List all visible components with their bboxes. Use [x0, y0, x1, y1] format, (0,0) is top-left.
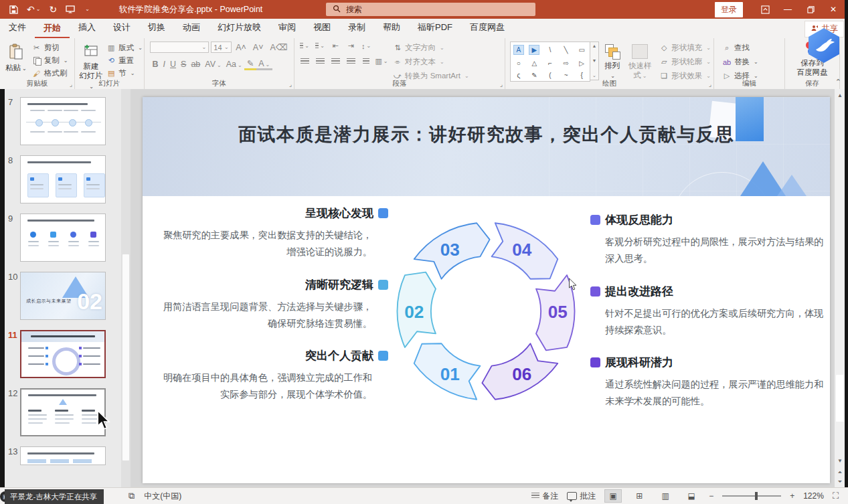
scroll-up-icon[interactable]: ▲ [835, 90, 845, 100]
shape-glyph[interactable]: ▶ [529, 45, 539, 55]
bold-button[interactable]: B [150, 60, 161, 69]
tab-切换[interactable]: 切换 [139, 17, 174, 38]
paste-button[interactable]: 粘贴⌄ [5, 39, 27, 80]
accessibility-icon[interactable]: ⧉ [129, 491, 135, 501]
shape-glyph[interactable]: ( [549, 72, 551, 79]
shape-glyph[interactable]: △ [532, 60, 537, 67]
previous-slide-icon[interactable]: ⏶ [835, 468, 845, 477]
tab-设计[interactable]: 设计 [104, 17, 139, 38]
tab-录制[interactable]: 录制 [339, 17, 374, 38]
layout-button[interactable]: ▥版式⌄ [106, 41, 143, 54]
shape-fill-button[interactable]: ◇形状填充⌄ [659, 41, 711, 54]
shape-glyph[interactable]: ▷ [579, 60, 584, 67]
reading-view-icon[interactable]: ▥ [657, 489, 674, 503]
language-indicator[interactable]: 中文(中国) [144, 491, 181, 502]
minimize-button[interactable]: — [776, 0, 799, 19]
justify-icon[interactable] [346, 57, 355, 66]
section-button[interactable]: ▤节⌄ [106, 67, 143, 80]
tab-插入[interactable]: 插入 [70, 17, 104, 38]
slide-thumbnail-10[interactable]: 成长启示与未来展望 02 [20, 272, 106, 320]
font-color-button[interactable]: A⌄ [256, 59, 272, 70]
shape-glyph[interactable]: ○ [517, 60, 521, 67]
close-button[interactable]: ✕ [822, 0, 845, 19]
save-icon[interactable] [9, 5, 18, 14]
quick-styles-button[interactable]: 快速样式⌄ [625, 41, 655, 80]
slide-title[interactable]: 面试本质是潜力展示：讲好研究故事，突出个人贡献与反思 [143, 122, 830, 147]
font-size-combo[interactable]: 14⌄ [211, 41, 231, 53]
reset-button[interactable]: ⟲重置 [106, 54, 143, 67]
character-spacing-button[interactable]: AV⌄ [203, 60, 224, 69]
tab-视图[interactable]: 视图 [305, 17, 339, 38]
slide-thumbnail-12[interactable] [20, 388, 106, 436]
notes-toggle[interactable]: 备注 [531, 491, 558, 502]
normal-view-icon[interactable]: ▣ [604, 489, 622, 503]
change-case-button[interactable]: Aa⌄ [224, 60, 244, 69]
shape-glyph[interactable]: ✎ [531, 72, 537, 79]
replace-button[interactable]: ab替换⌄ [722, 56, 784, 68]
clear-formatting-icon[interactable]: A⌫ [268, 42, 290, 52]
slideshow-view-icon[interactable]: ⬓ [683, 489, 700, 503]
slide-thumbnail-7[interactable] [20, 97, 106, 145]
tab-福昕PDF[interactable]: 福昕PDF [409, 17, 461, 38]
zoom-slider-thumb[interactable] [755, 492, 758, 500]
tab-文件[interactable]: 文件 [0, 17, 35, 38]
tab-开始[interactable]: 开始 [35, 18, 70, 39]
decrease-indent-icon[interactable]: ⇤ [331, 41, 340, 50]
find-button[interactable]: ⌕查找 [722, 41, 784, 54]
tab-幻灯片放映[interactable]: 幻灯片放映 [209, 17, 270, 38]
font-dialog-launcher[interactable]: ⌟ [289, 81, 292, 88]
shape-glyph[interactable]: ς [517, 72, 520, 79]
shape-glyph[interactable]: \ [549, 46, 552, 54]
italic-button[interactable]: I [161, 60, 167, 69]
shapes-gallery[interactable]: A▶\╲▭○△⌐⇨▷ς✎(~{ [510, 41, 590, 82]
login-button[interactable]: 登录 [715, 2, 743, 17]
shape-glyph[interactable]: ▭ [578, 46, 584, 54]
shape-glyph[interactable]: ⌐ [548, 60, 552, 67]
vertical-scrollbar[interactable]: ▲ ▼ ⏶ ⏷ [835, 89, 845, 487]
grow-font-icon[interactable]: A˄ [234, 43, 249, 52]
format-painter-button[interactable]: 🖌格式刷 [32, 67, 68, 80]
line-spacing-icon[interactable]: ↕⌄ [361, 41, 371, 50]
slide-canvas[interactable]: 面试本质是潜力展示：讲好研究故事，突出个人贡献与反思 呈现核心发现聚焦研究的主要… [143, 97, 830, 483]
align-center-icon[interactable] [315, 57, 325, 66]
tab-动画[interactable]: 动画 [174, 17, 209, 38]
shape-glyph[interactable]: { [581, 72, 583, 79]
comments-toggle[interactable]: 批注 [567, 491, 596, 502]
slide-thumbnail-13[interactable] [20, 446, 106, 465]
slide-thumbnail-9[interactable] [20, 214, 106, 262]
thumbnail-scrollbar-thumb[interactable] [122, 254, 129, 460]
ribbon-display-options-icon[interactable] [754, 0, 776, 19]
restore-button[interactable] [799, 0, 822, 19]
next-slide-icon[interactable]: ⏷ [835, 477, 845, 487]
cycle-diagram[interactable]: 010203040506 [392, 218, 580, 405]
underline-button[interactable]: U [168, 60, 179, 69]
undo-icon[interactable]: ↶⌄ [27, 5, 40, 14]
collapse-ribbon-icon[interactable]: ⌃ [835, 78, 841, 86]
columns-icon[interactable]: ▥⌄ [377, 57, 386, 66]
paragraph-dialog-launcher[interactable]: ⌟ [500, 81, 503, 88]
zoom-in-icon[interactable]: + [790, 491, 794, 501]
slide-sorter-view-icon[interactable]: ⊞ [630, 489, 648, 503]
zoom-slider[interactable] [722, 495, 781, 497]
shrink-font-icon[interactable]: A˅ [250, 43, 266, 52]
drawing-dialog-launcher[interactable]: ⌟ [709, 81, 711, 88]
cut-button[interactable]: ✂剪切 [32, 41, 68, 54]
subscript-button[interactable]: ab [189, 60, 203, 69]
shape-outline-button[interactable]: ▱形状轮廓⌄ [659, 56, 711, 68]
fit-to-window-icon[interactable]: ⛶ [833, 491, 839, 501]
text-direction-button[interactable]: ⇅文字方向⌄ [393, 41, 469, 54]
copy-button[interactable]: 复制⌄ [32, 54, 68, 67]
zoom-out-icon[interactable]: − [709, 491, 713, 501]
search-box[interactable]: 搜索 [326, 3, 535, 16]
shape-glyph[interactable]: ~ [564, 72, 568, 79]
highlight-color-button[interactable]: ✎ [244, 58, 256, 70]
arrange-button[interactable]: 排列⌄ [604, 41, 620, 80]
increase-indent-icon[interactable]: ⇥ [346, 41, 355, 50]
scrollbar-thumb[interactable] [836, 375, 844, 422]
align-right-icon[interactable] [331, 57, 340, 66]
font-name-combo[interactable]: ⌄ [150, 41, 209, 53]
clipboard-dialog-launcher[interactable]: ⌟ [70, 81, 72, 88]
shape-glyph[interactable]: ⇨ [563, 60, 568, 67]
scroll-down-icon[interactable]: ▼ [835, 456, 845, 465]
distribute-icon[interactable] [361, 57, 371, 66]
